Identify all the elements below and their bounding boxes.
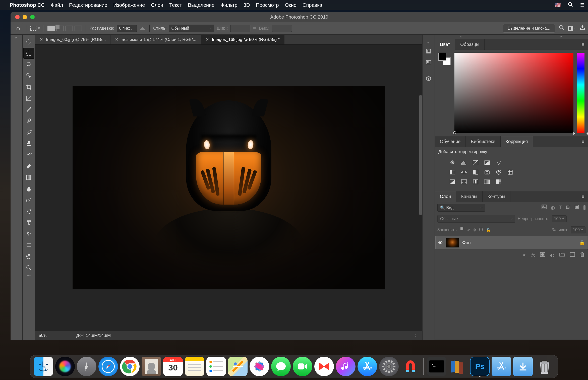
marquee-tool[interactable] — [23, 48, 34, 59]
panel-menu-icon[interactable]: ≡ — [578, 39, 588, 50]
layer-mask-icon[interactable] — [540, 252, 545, 258]
new-layer-icon[interactable] — [570, 252, 575, 258]
new-group-icon[interactable] — [559, 252, 565, 258]
filter-type-icon[interactable]: T — [559, 205, 562, 211]
color-balance-icon[interactable] — [460, 169, 467, 175]
itunes-icon[interactable] — [336, 357, 356, 376]
filter-toggle[interactable] — [583, 205, 585, 210]
invert-icon[interactable] — [449, 178, 456, 185]
lock-pixels-icon[interactable] — [460, 227, 465, 233]
channel-mixer-icon[interactable] — [495, 169, 502, 175]
document-tab[interactable]: ✕Images_60.jpg @ 75% (RGB/... — [35, 35, 110, 44]
filter-smart-icon[interactable] — [574, 205, 579, 211]
menu-text[interactable]: Текст — [169, 2, 182, 8]
window-close-button[interactable] — [15, 15, 20, 19]
gradient-tool[interactable] — [23, 172, 34, 183]
statusbar-more-icon[interactable]: 〉 — [415, 333, 419, 338]
threshold-icon[interactable] — [472, 178, 479, 185]
layer-fx-icon[interactable]: fx — [531, 252, 535, 258]
share-icon[interactable] — [579, 25, 585, 32]
window-minimize-button[interactable] — [23, 15, 27, 19]
doc-size[interactable]: Док: 14,8M/14,8M — [76, 333, 111, 338]
libraries-tab[interactable]: Библиотеки — [466, 136, 501, 147]
settings-icon[interactable] — [379, 357, 399, 376]
appstore-icon[interactable] — [358, 357, 377, 376]
learn-tab[interactable]: Обучение — [435, 136, 466, 147]
eyedropper-tool[interactable] — [23, 104, 34, 115]
notes-icon[interactable] — [185, 357, 204, 376]
fill-value[interactable]: 100% — [571, 226, 585, 233]
photos-icon[interactable] — [250, 357, 269, 376]
panel-menu-icon[interactable]: ≡ — [578, 136, 588, 147]
zoom-level[interactable]: 50% — [39, 333, 61, 338]
new-selection-icon[interactable] — [47, 26, 55, 31]
layer-thumbnail[interactable] — [446, 238, 459, 247]
document-tab[interactable]: ✕Images_168.jpg @ 50% (RGB/8#) * — [201, 35, 284, 44]
layer-visibility-icon[interactable]: 👁 — [438, 240, 443, 245]
control-center-icon[interactable]: ☰ — [580, 2, 584, 8]
hue-slider[interactable] — [577, 53, 584, 133]
history-brush-tool[interactable] — [23, 149, 34, 160]
panel-menu-icon[interactable]: ≡ — [578, 191, 588, 202]
calendar-icon[interactable]: ОКТ 30 — [163, 357, 183, 376]
subtract-selection-icon[interactable] — [66, 26, 73, 31]
lock-brush-icon[interactable]: ✐ — [467, 228, 471, 232]
layer-name[interactable]: Фон — [462, 240, 471, 245]
levels-icon[interactable] — [460, 159, 467, 166]
blend-mode-select[interactable]: Обычные⌵ — [437, 215, 515, 223]
rectangle-tool[interactable] — [23, 240, 34, 251]
delete-layer-icon[interactable] — [580, 252, 584, 258]
contacts-icon[interactable] — [142, 357, 161, 376]
photo-filter-icon[interactable] — [484, 169, 491, 175]
dodge-tool[interactable] — [23, 195, 34, 206]
style-select[interactable]: Обычный⌵ — [169, 25, 214, 32]
blur-tool[interactable] — [23, 183, 34, 194]
intersect-selection-icon[interactable] — [75, 26, 82, 31]
link-layers-icon[interactable]: ⚭ — [522, 252, 526, 258]
adjustments-tab[interactable]: Коррекция — [501, 136, 533, 147]
vibrance-icon[interactable]: ▽ — [495, 159, 502, 166]
hand-tool[interactable] — [23, 251, 34, 262]
stamp-tool[interactable] — [23, 138, 34, 149]
menu-filter[interactable]: Фильтр — [220, 2, 237, 8]
healing-tool[interactable] — [23, 115, 34, 126]
vertical-scrollbar[interactable] — [419, 95, 422, 215]
news-icon[interactable] — [314, 357, 334, 376]
close-tab-icon[interactable]: ✕ — [115, 37, 118, 42]
antialias-icon[interactable]: ◢◣ — [139, 26, 146, 31]
menu-view[interactable]: Просмотр — [256, 2, 279, 8]
siri-icon[interactable] — [55, 357, 75, 376]
crop-tool[interactable] — [23, 82, 34, 93]
app-name[interactable]: Photoshop CC — [10, 2, 45, 8]
properties-panel-icon[interactable] — [423, 57, 435, 68]
libraries-panel-icon[interactable] — [423, 73, 435, 84]
document-tab[interactable]: ✕Без имени-1 @ 174% (Слой 1, RGB/... — [110, 35, 201, 44]
filter-adjust-icon[interactable]: ◐ — [551, 205, 555, 211]
fg-bg-swatch[interactable] — [438, 53, 451, 65]
layer-row[interactable]: 👁 Фон 🔒 — [435, 236, 587, 249]
workspace-icon[interactable]: ⌵ — [568, 26, 576, 31]
home-button[interactable]: ⌂ — [13, 23, 23, 33]
safari-icon[interactable] — [98, 357, 118, 376]
terminal-icon[interactable]: >_ — [427, 357, 446, 376]
foreground-color[interactable] — [438, 53, 446, 61]
type-tool[interactable] — [23, 217, 34, 228]
history-panel-icon[interactable] — [423, 46, 435, 57]
exposure-icon[interactable] — [484, 159, 491, 166]
lock-artboard-icon[interactable] — [479, 227, 483, 233]
layer-lock-icon[interactable]: 🔒 — [579, 240, 585, 245]
bw-icon[interactable] — [472, 169, 479, 175]
filter-shape-icon[interactable] — [566, 205, 570, 211]
facetime-icon[interactable] — [293, 357, 312, 376]
lock-all-icon[interactable]: 🔒 — [486, 228, 491, 232]
window-zoom-button[interactable] — [30, 15, 35, 19]
filter-image-icon[interactable] — [542, 205, 547, 211]
search-icon[interactable] — [559, 25, 565, 32]
lasso-tool[interactable] — [23, 59, 34, 70]
channels-tab[interactable]: Каналы — [456, 191, 483, 202]
menu-file[interactable]: Файл — [51, 2, 63, 8]
pen-tool[interactable] — [23, 206, 34, 217]
color-lookup-icon[interactable] — [507, 169, 514, 175]
menu-3d[interactable]: 3D — [244, 2, 250, 8]
brightness-icon[interactable]: ☀ — [449, 159, 456, 166]
